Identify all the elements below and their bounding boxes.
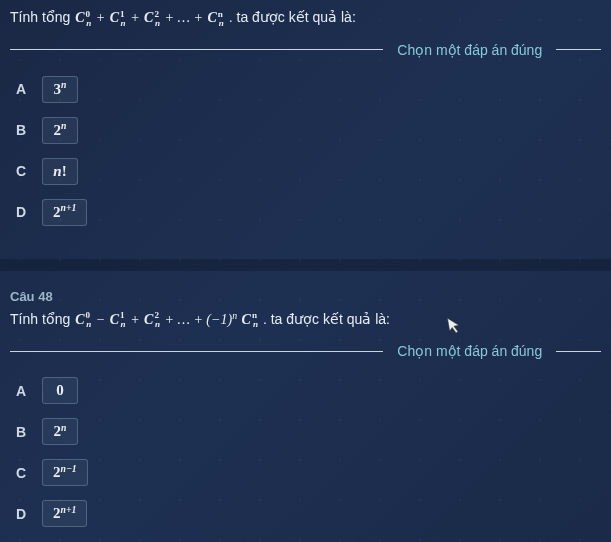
question-2-text: Tính tổng C0n − C1n + C2n + … + (−1)n Cn… bbox=[10, 310, 601, 330]
option-letter: B bbox=[16, 424, 42, 440]
q2-option-c[interactable]: C 2n−1 bbox=[16, 459, 601, 486]
divider-line bbox=[10, 351, 383, 352]
section-gap bbox=[0, 259, 611, 271]
option-value: 2n+1 bbox=[42, 500, 87, 527]
q2-options: A 0 B 2n C 2n−1 D 2n+1 bbox=[10, 377, 601, 527]
q1-option-a[interactable]: A 3n bbox=[16, 76, 601, 103]
option-value: 0 bbox=[42, 377, 78, 404]
q1-option-c[interactable]: C n! bbox=[16, 158, 601, 185]
option-value: 2n+1 bbox=[42, 199, 87, 226]
divider-line bbox=[10, 49, 383, 50]
q2-option-b[interactable]: B 2n bbox=[16, 418, 601, 445]
q2-instruction-row: Chọn một đáp án đúng bbox=[10, 343, 601, 359]
option-letter: D bbox=[16, 506, 42, 522]
q1-option-b[interactable]: B 2n bbox=[16, 117, 601, 144]
q1-prefix: Tính tổng bbox=[10, 9, 74, 25]
option-letter: A bbox=[16, 383, 42, 399]
option-letter: A bbox=[16, 81, 42, 97]
q1-instruction: Chọn một đáp án đúng bbox=[383, 42, 556, 58]
option-letter: C bbox=[16, 465, 42, 481]
q2-option-d[interactable]: D 2n+1 bbox=[16, 500, 601, 527]
option-value: 2n−1 bbox=[42, 459, 88, 486]
q1-option-d[interactable]: D 2n+1 bbox=[16, 199, 601, 226]
q1-suffix: . ta được kết quả là: bbox=[229, 9, 356, 25]
q2-formula: C0n − C1n + C2n + … + (−1)n Cnn bbox=[74, 312, 259, 327]
option-value: n! bbox=[42, 158, 78, 185]
divider-line bbox=[556, 351, 601, 352]
option-value: 2n bbox=[42, 117, 78, 144]
divider-line bbox=[556, 49, 601, 50]
q2-option-a[interactable]: A 0 bbox=[16, 377, 601, 404]
option-value: 3n bbox=[42, 76, 78, 103]
q1-options: A 3n B 2n C n! D 2n+1 bbox=[10, 76, 601, 226]
question-1-text: Tính tổng C0n + C1n + C2n + … + Cnn . ta… bbox=[10, 8, 601, 28]
q2-suffix: . ta được kết quả là: bbox=[263, 311, 390, 327]
option-letter: B bbox=[16, 122, 42, 138]
q2-instruction: Chọn một đáp án đúng bbox=[383, 343, 556, 359]
question-1: Tính tổng C0n + C1n + C2n + … + Cnn . ta… bbox=[0, 0, 611, 255]
option-letter: D bbox=[16, 204, 42, 220]
option-value: 2n bbox=[42, 418, 78, 445]
q2-prefix: Tính tổng bbox=[10, 311, 74, 327]
question-2: Câu 48 Tính tổng C0n − C1n + C2n + … + (… bbox=[0, 281, 611, 542]
q1-formula: C0n + C1n + C2n + … + Cnn bbox=[74, 10, 225, 25]
option-letter: C bbox=[16, 163, 42, 179]
q1-instruction-row: Chọn một đáp án đúng bbox=[10, 42, 601, 58]
q2-label: Câu 48 bbox=[10, 289, 601, 304]
